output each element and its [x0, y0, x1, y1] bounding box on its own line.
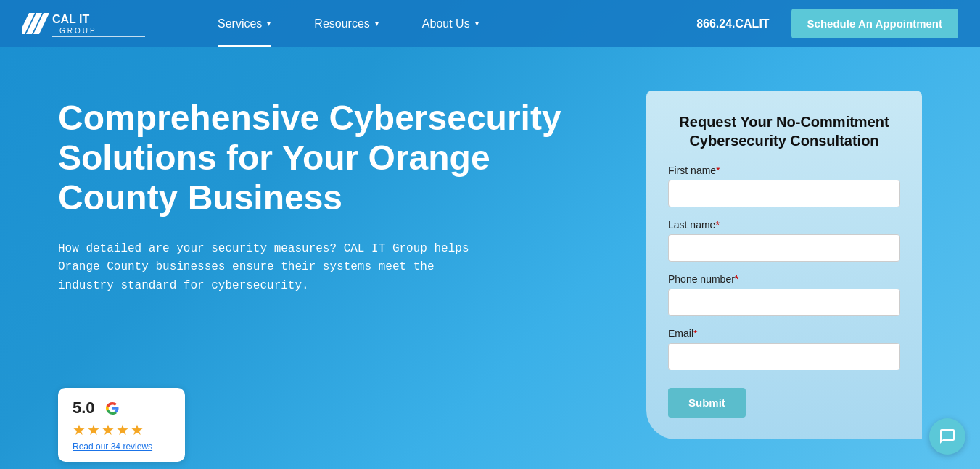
star-rating: ★★★★★ — [73, 421, 170, 439]
logo[interactable]: CAL IT GROUP — [22, 7, 152, 40]
svg-text:GROUP: GROUP — [59, 27, 97, 35]
required-indicator: * — [693, 328, 697, 339]
phone-number[interactable]: 866.24.CALIT — [682, 17, 783, 30]
nav-links: Services ▾ Resources ▾ About Us ▾ — [196, 0, 682, 47]
phone-group: Phone number* — [668, 273, 900, 316]
required-indicator: * — [715, 219, 719, 231]
email-label: Email* — [668, 328, 900, 339]
submit-button[interactable]: Submit — [668, 388, 746, 418]
chevron-down-icon: ▾ — [475, 20, 479, 28]
hero-description: How detailed are your security measures?… — [58, 240, 479, 296]
last-name-label: Last name* — [668, 219, 900, 231]
chevron-down-icon: ▾ — [267, 20, 271, 28]
svg-text:CAL IT: CAL IT — [52, 13, 89, 25]
chevron-down-icon: ▾ — [375, 20, 379, 28]
phone-input[interactable] — [668, 289, 900, 316]
chat-icon — [939, 428, 956, 445]
navbar: CAL IT GROUP Services ▾ Resources ▾ Abou… — [0, 0, 980, 47]
nav-item-resources[interactable]: Resources ▾ — [292, 0, 400, 47]
phone-label: Phone number* — [668, 273, 900, 285]
review-badge: 5.0 ★★★★★ Read our 34 reviews — [58, 388, 185, 462]
required-indicator: * — [735, 273, 738, 285]
consultation-form-panel: Request Your No-Commitment Cybersecurity… — [646, 91, 922, 439]
last-name-group: Last name* — [668, 219, 900, 262]
hero-title: Comprehensive Cybersecurity Solutions fo… — [58, 98, 617, 218]
schedule-appointment-button[interactable]: Schedule An Appointment — [791, 9, 958, 38]
last-name-input[interactable] — [668, 234, 900, 262]
google-icon — [102, 398, 123, 418]
email-input[interactable] — [668, 343, 900, 370]
required-indicator: * — [716, 165, 720, 176]
nav-item-services[interactable]: Services ▾ — [196, 0, 292, 47]
review-score: 5.0 — [73, 399, 95, 418]
review-link[interactable]: Read our 34 reviews — [73, 441, 170, 452]
first-name-input[interactable] — [668, 180, 900, 207]
chat-button[interactable] — [929, 418, 965, 455]
hero-content: Comprehensive Cybersecurity Solutions fo… — [58, 91, 617, 295]
first-name-label: First name* — [668, 165, 900, 176]
first-name-group: First name* — [668, 165, 900, 207]
review-top: 5.0 — [73, 398, 170, 418]
nav-item-about[interactable]: About Us ▾ — [400, 0, 501, 47]
form-title: Request Your No-Commitment Cybersecurity… — [668, 112, 900, 150]
email-group: Email* — [668, 328, 900, 370]
